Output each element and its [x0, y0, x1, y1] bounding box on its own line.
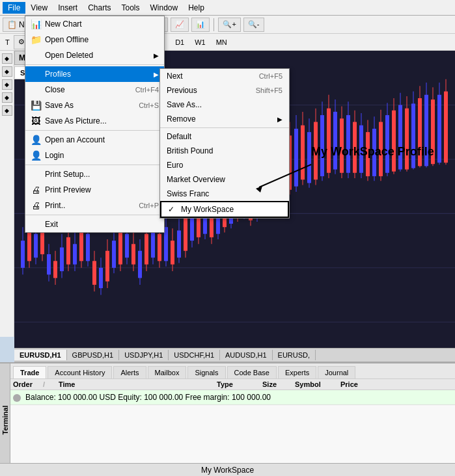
sep-2: [25, 130, 164, 131]
profiles-item-swiss-franc[interactable]: Swiss Franc: [160, 187, 289, 201]
profiles-item-remove[interactable]: Remove ▶: [160, 112, 289, 126]
save-picture-icon: 🖼: [31, 116, 41, 126]
col-price: Price: [338, 380, 377, 388]
profiles-item-my-workspace[interactable]: ✓ My WorkSpace: [160, 201, 289, 218]
close-shortcut: Ctrl+F4: [135, 86, 159, 94]
profiles-item-previous[interactable]: Previous Shift+F5: [160, 83, 289, 98]
menu-charts[interactable]: Charts: [83, 2, 116, 14]
menu-item-open-account-label: Open an Account: [45, 135, 159, 144]
balance-indicator: [13, 394, 21, 402]
menu-item-profiles[interactable]: Profiles ▶: [25, 66, 164, 82]
open-account-icon: 👤: [31, 135, 41, 145]
profiles-remove-arrow: ▶: [277, 116, 283, 123]
balance-text: Balance: 100 000.00 USD Equity: 100 000.…: [25, 393, 271, 402]
profiles-item-market-overview[interactable]: Market Overview: [160, 172, 289, 187]
terminal-tab-signals[interactable]: Signals: [187, 366, 225, 378]
terminal-panel: Terminal Trade Account History Alerts Ma…: [0, 362, 455, 476]
sidebar-btn-4[interactable]: ◆: [2, 92, 12, 103]
menu-file[interactable]: File: [3, 2, 25, 14]
print-setup-icon: [31, 169, 41, 179]
menu-item-print[interactable]: 🖨 Print.. Ctrl+P: [25, 198, 164, 213]
save-as-icon: 💾: [31, 100, 41, 111]
profiles-british-pound-label: British Pound: [167, 146, 213, 155]
chart-tab-eurusd[interactable]: EURUSD,H1: [14, 350, 67, 360]
menu-tools[interactable]: Tools: [117, 2, 145, 14]
menu-item-save-as-label: Save As: [45, 101, 135, 110]
terminal-tabs: Trade Account History Alerts Mailbox Sig…: [10, 364, 455, 379]
zoom-in-button[interactable]: 🔍+: [218, 18, 240, 32]
col-type: Type: [214, 380, 260, 388]
profiles-icon: [31, 69, 41, 79]
menu-item-open-offline-label: Open Offline: [45, 35, 159, 44]
zoom-out-button[interactable]: 🔍-: [243, 18, 264, 32]
balance-row: Balance: 100 000.00 USD Equity: 100 000.…: [10, 390, 455, 405]
sidebar-btn-2[interactable]: ◆: [2, 66, 12, 77]
menubar: File View Insert Charts Tools Window Hel…: [0, 0, 455, 16]
login-icon: 👤: [31, 150, 41, 161]
chart-tab-usdchf[interactable]: USDCHF,H1: [169, 350, 220, 360]
profiles-item-next[interactable]: Next Ctrl+F5: [160, 69, 289, 83]
profiles-my-workspace-label: My WorkSpace: [181, 205, 234, 214]
terminal-label: Terminal: [0, 364, 10, 476]
statusbar-text: My WorkSpace: [201, 466, 254, 475]
profiles-item-euro[interactable]: Euro: [160, 158, 289, 172]
col-symbol: Symbol: [292, 380, 338, 388]
print-shortcut: Ctrl+P: [139, 202, 159, 209]
profiles-item-save-as[interactable]: Save As...: [160, 98, 289, 112]
chart-tab-gbpusd[interactable]: GBPUSD,H1: [67, 350, 120, 360]
menu-item-login[interactable]: 👤 Login: [25, 148, 164, 163]
profiles-save-as-label: Save As...: [167, 100, 202, 109]
menu-view[interactable]: View: [25, 2, 53, 14]
chart-tab-audusd[interactable]: AUDUSD,H1: [220, 350, 273, 360]
menu-insert[interactable]: Insert: [53, 2, 83, 14]
close-icon: [31, 85, 41, 95]
terminal-tab-alerts[interactable]: Alerts: [113, 366, 146, 378]
terminal-tab-account-history[interactable]: Account History: [48, 366, 112, 378]
sidebar-btn-5[interactable]: ◆: [2, 105, 12, 116]
chart-icon-button[interactable]: 📈: [171, 18, 189, 32]
open-deleted-icon: [31, 50, 41, 60]
menu-item-new-chart[interactable]: 📊 New Chart: [25, 16, 164, 32]
menu-item-open-account[interactable]: 👤 Open an Account: [25, 132, 164, 148]
menu-item-new-chart-label: New Chart: [45, 20, 159, 29]
profiles-euro-label: Euro: [167, 161, 183, 170]
menu-window[interactable]: Window: [145, 2, 184, 14]
profiles-remove-label: Remove: [167, 114, 196, 124]
terminal-tab-codebase[interactable]: Code Base: [227, 366, 277, 378]
menu-item-login-label: Login: [45, 151, 159, 160]
tf-label: T: [3, 38, 12, 46]
menu-item-print-preview[interactable]: 🖨 Print Preview: [25, 182, 164, 198]
terminal-tab-experts[interactable]: Experts: [278, 366, 316, 378]
menu-item-open-deleted-label: Open Deleted: [45, 51, 150, 60]
tf-d1[interactable]: D1: [171, 36, 189, 48]
left-toolbar: ◆ ◆ ◆ ◆ ◆: [0, 51, 14, 337]
chart-tab-usdjpy[interactable]: USDJPY,H1: [119, 350, 169, 360]
sidebar-btn-3[interactable]: ◆: [2, 79, 12, 90]
tf-w1[interactable]: W1: [190, 36, 210, 48]
tf-mn[interactable]: MN: [212, 36, 232, 48]
profiles-market-overview-label: Market Overview: [167, 175, 225, 184]
terminal-tab-mailbox[interactable]: Mailbox: [148, 366, 187, 378]
menu-help[interactable]: Help: [183, 2, 210, 14]
profiles-submenu: Next Ctrl+F5 Previous Shift+F5 Save As..…: [159, 68, 290, 218]
menu-item-open-offline[interactable]: 📁 Open Offline: [25, 32, 164, 47]
toolbar-separator-3: [214, 18, 214, 31]
sidebar-btn-1[interactable]: ◆: [2, 53, 12, 64]
menu-item-print-setup[interactable]: Print Setup...: [25, 166, 164, 182]
chart-tab-eurusd2[interactable]: EURUSD,: [273, 350, 316, 360]
menu-item-open-deleted[interactable]: Open Deleted ▶: [25, 47, 164, 63]
chart2-icon-button[interactable]: 📊: [191, 18, 210, 32]
profiles-workspace-checkmark: ✓: [168, 205, 174, 214]
menu-item-save-as[interactable]: 💾 Save As Ctrl+S: [25, 98, 164, 113]
terminal-inner: Trade Account History Alerts Mailbox Sig…: [10, 364, 455, 476]
terminal-tab-journal[interactable]: Journal: [318, 366, 355, 378]
col-size: Size: [260, 380, 292, 388]
menu-item-save-as-picture[interactable]: 🖼 Save As Picture...: [25, 113, 164, 129]
menu-item-save-as-picture-label: Save As Picture...: [45, 116, 159, 126]
sep-3: [25, 165, 164, 165]
terminal-tab-trade[interactable]: Trade: [13, 366, 46, 378]
menu-item-close[interactable]: Close Ctrl+F4: [25, 82, 164, 98]
profiles-item-british-pound[interactable]: British Pound: [160, 144, 289, 158]
menu-item-exit[interactable]: Exit: [25, 217, 164, 232]
profiles-item-default[interactable]: Default: [160, 129, 289, 144]
